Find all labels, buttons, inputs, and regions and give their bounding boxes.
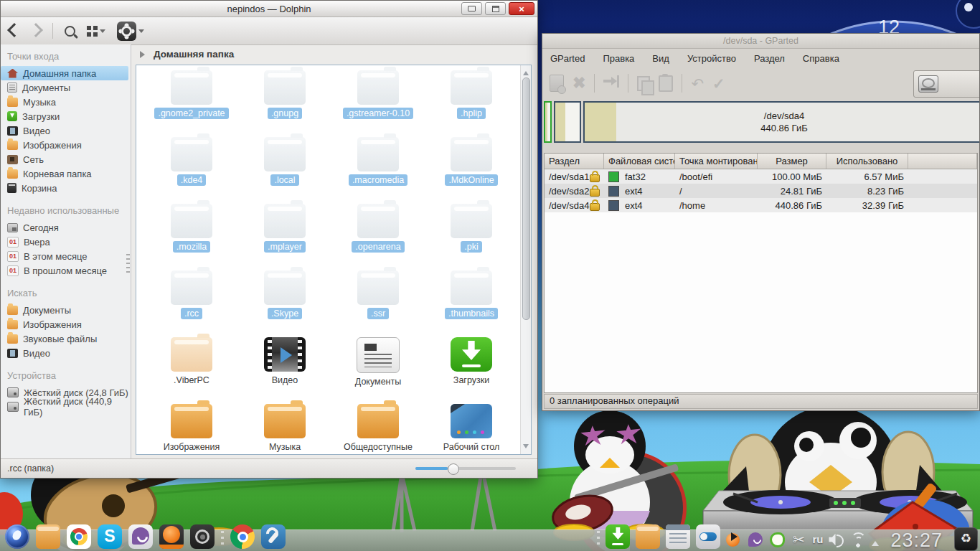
- file-item[interactable]: .gnupg: [238, 70, 331, 137]
- amarok-icon[interactable]: [190, 524, 215, 549]
- sidebar-item-home[interactable]: Домашняя папка: [1, 66, 128, 80]
- partition-segment-sda2[interactable]: [554, 101, 581, 143]
- folder-icon[interactable]: [636, 524, 660, 549]
- panel-splitter[interactable]: [126, 254, 130, 273]
- menu-view[interactable]: Вид: [652, 53, 669, 64]
- wifi-icon[interactable]: [850, 531, 866, 548]
- delete-partition-icon[interactable]: ✖: [573, 75, 585, 91]
- launcher-icon[interactable]: [5, 524, 29, 549]
- clock[interactable]: 23:27: [890, 529, 943, 551]
- viber-icon[interactable]: [128, 524, 153, 549]
- maximize-button[interactable]: [485, 2, 506, 15]
- file-item[interactable]: Рабочий стол: [425, 404, 518, 455]
- clipboard-scissors-icon[interactable]: ✂: [791, 531, 806, 548]
- file-item[interactable]: .Skype: [238, 270, 331, 337]
- file-item[interactable]: Изображения: [145, 404, 238, 455]
- sidebar-item-trash[interactable]: Корзина: [1, 181, 128, 195]
- scroll-up-icon[interactable]: [523, 68, 529, 75]
- menu-help[interactable]: Справка: [803, 53, 839, 64]
- sidebar-item-video[interactable]: Видео: [1, 123, 128, 138]
- file-item[interactable]: .mozilla: [145, 204, 238, 270]
- table-row[interactable]: /dev/sda1 fat32 /boot/efi 100.00 МиБ 6.5…: [545, 169, 977, 184]
- col-used[interactable]: Использовано: [826, 154, 908, 169]
- skype-icon[interactable]: S: [98, 524, 122, 549]
- partition-segment-sda1[interactable]: [544, 101, 552, 143]
- file-item[interactable]: .gnome2_private: [145, 70, 238, 137]
- file-item[interactable]: .openarena: [331, 204, 425, 270]
- device-selector-button[interactable]: [913, 70, 980, 98]
- breadcrumb[interactable]: Домашняя папка: [131, 44, 537, 64]
- file-item[interactable]: Загрузки: [425, 337, 518, 404]
- sidebar-item-search-audio[interactable]: Звуковые файлы: [1, 331, 128, 346]
- menu-partition[interactable]: Раздел: [754, 53, 785, 64]
- sidebar-item-last-month[interactable]: 01В прошлом месяце: [1, 263, 128, 278]
- viber-tray-icon[interactable]: [748, 531, 763, 548]
- sidebar-item-this-month[interactable]: 01В этом месяце: [1, 249, 128, 263]
- file-item[interactable]: .pki: [425, 204, 518, 270]
- paste-icon[interactable]: [659, 75, 673, 92]
- file-item[interactable]: .kde4: [145, 137, 238, 204]
- gparted-titlebar[interactable]: /dev/sda - GParted: [542, 34, 979, 49]
- zoom-slider[interactable]: [415, 467, 516, 470]
- system-settings-icon[interactable]: [261, 524, 286, 549]
- file-item[interactable]: Музыка: [238, 404, 331, 455]
- volume-icon[interactable]: [829, 531, 844, 548]
- sidebar-item-search-documents[interactable]: Документы: [1, 303, 128, 317]
- scrollbar-thumb[interactable]: [522, 77, 530, 320]
- file-item[interactable]: .local: [238, 137, 331, 204]
- file-item[interactable]: Видео: [238, 337, 331, 404]
- downloads-icon[interactable]: [606, 524, 630, 549]
- sidebar-item-disk-440[interactable]: Жёсткий диск (440,9 ГиБ): [1, 400, 128, 414]
- file-item[interactable]: .rcc: [145, 270, 238, 337]
- back-icon[interactable]: [7, 23, 22, 37]
- col-partition[interactable]: Раздел: [545, 154, 604, 169]
- col-mountpoint[interactable]: Точка монтирования: [675, 154, 758, 169]
- col-filesystem[interactable]: Файловая система: [604, 154, 675, 169]
- file-item[interactable]: .gstreamer-0.10: [331, 70, 425, 137]
- col-size[interactable]: Размер: [758, 154, 826, 169]
- partition-segment-sda4[interactable]: /dev/sda4 440.86 ГиБ: [583, 101, 980, 143]
- menu-device[interactable]: Устройство: [687, 53, 736, 64]
- sidebar-item-search-images[interactable]: Изображения: [1, 317, 128, 331]
- sidebar-item-network[interactable]: Сеть: [1, 152, 128, 166]
- resize-move-icon[interactable]: [603, 77, 619, 90]
- keyboard-layout-indicator[interactable]: ru: [812, 531, 823, 548]
- sidebar-item-search-video[interactable]: Видео: [1, 346, 128, 360]
- file-item[interactable]: .hplip: [425, 70, 518, 137]
- clementine-icon[interactable]: [159, 524, 184, 549]
- settings-menu-button[interactable]: [117, 22, 144, 41]
- sidebar-item-downloads[interactable]: Загрузки: [1, 109, 128, 123]
- sidebar-item-music[interactable]: Музыка: [1, 95, 128, 109]
- scroll-down-icon[interactable]: [523, 444, 529, 451]
- sidebar-item-documents[interactable]: Документы: [1, 80, 128, 95]
- new-partition-icon[interactable]: [550, 75, 564, 92]
- file-manager-icon[interactable]: [36, 524, 60, 549]
- dolphin-titlebar[interactable]: nepindos — Dolphin ×: [1, 1, 537, 17]
- zoom-slider-handle[interactable]: [448, 463, 459, 475]
- tweaks-icon[interactable]: [696, 524, 720, 549]
- file-item[interactable]: .macromedia: [331, 137, 425, 204]
- view-mode-button[interactable]: [87, 26, 105, 37]
- copy-icon[interactable]: [637, 76, 650, 91]
- file-item[interactable]: .ssr: [331, 270, 425, 337]
- sidebar-item-yesterday[interactable]: 01Вчера: [1, 235, 128, 249]
- media-tray-icon[interactable]: [726, 531, 742, 548]
- vertical-scrollbar[interactable]: [520, 65, 531, 454]
- menu-gparted[interactable]: GParted: [550, 53, 585, 64]
- file-item[interactable]: Документы: [331, 337, 425, 404]
- chromium-icon[interactable]: [67, 524, 91, 549]
- undo-icon[interactable]: ↶: [691, 76, 704, 91]
- tray-expander-icon[interactable]: [872, 531, 880, 548]
- sidebar-item-pictures[interactable]: Изображения: [1, 138, 128, 152]
- forward-icon[interactable]: [29, 23, 43, 37]
- file-item[interactable]: .ViberPC: [145, 337, 238, 404]
- chrome-icon[interactable]: [230, 524, 255, 549]
- notes-icon[interactable]: [666, 524, 690, 549]
- sidebar-item-root[interactable]: Корневая папка: [1, 166, 128, 181]
- file-item[interactable]: .mplayer: [238, 204, 331, 270]
- table-row[interactable]: /dev/sda4 ext4 /home 440.86 ГиБ 32.39 Ги…: [545, 198, 977, 212]
- trash-icon[interactable]: ♻: [954, 527, 978, 551]
- sidebar-item-today[interactable]: Сегодня: [1, 220, 128, 235]
- file-item[interactable]: Общедоступные: [331, 404, 425, 455]
- close-button[interactable]: ×: [509, 2, 534, 15]
